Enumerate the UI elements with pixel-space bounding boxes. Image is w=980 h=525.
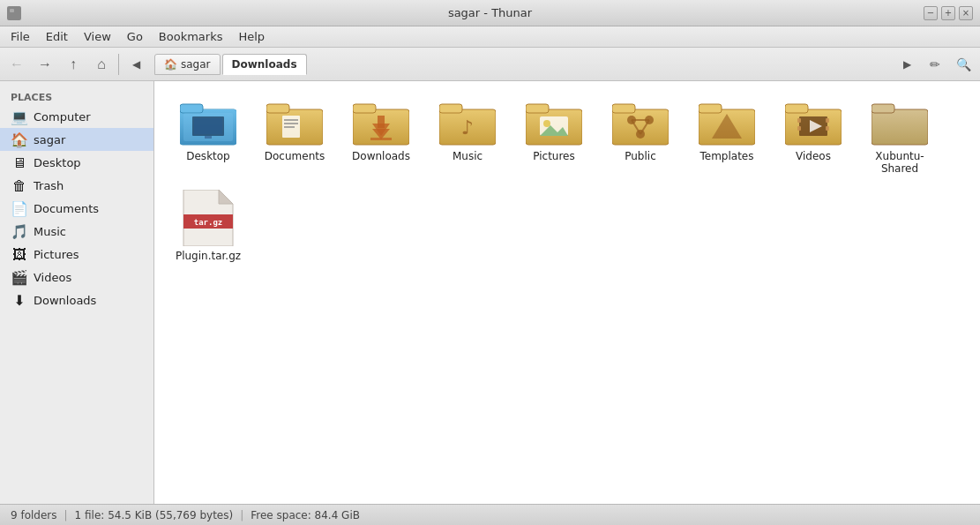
app-icon: [7, 6, 21, 20]
svg-rect-49: [872, 104, 894, 113]
window-title: sagar - Thunar: [448, 6, 532, 19]
file-label: Documents: [265, 150, 325, 162]
menu-file[interactable]: File: [4, 28, 37, 45]
sidebar-item-label: Desktop: [34, 156, 81, 169]
status-folders: 9 folders: [11, 509, 57, 521]
up-button[interactable]: ↑: [60, 51, 86, 78]
right-nav-button[interactable]: ▶: [894, 51, 920, 78]
svg-rect-7: [194, 118, 222, 134]
documents-folder-icon: [266, 99, 323, 146]
sidebar-item-trash[interactable]: 🗑 Trash: [0, 174, 153, 197]
svg-rect-18: [378, 116, 385, 128]
svg-rect-10: [266, 104, 289, 113]
menu-edit[interactable]: Edit: [39, 28, 75, 45]
svg-rect-43: [797, 118, 801, 123]
downloads-folder-icon: [353, 99, 409, 146]
svg-rect-48: [872, 109, 928, 145]
sidebar-item-label: Music: [34, 225, 66, 238]
search-button[interactable]: 🔍: [950, 51, 976, 78]
sidebar-item-label: Documents: [34, 202, 99, 215]
pictures-icon: 🖼: [11, 245, 28, 263]
documents-icon: 📄: [11, 199, 28, 217]
left-nav-button[interactable]: ◀: [123, 51, 149, 78]
statusbar: 9 folders | 1 file: 54.5 KiB (55,769 byt…: [0, 504, 980, 525]
desktop-icon: 🖥: [11, 154, 28, 171]
sidebar-item-label: sagar: [34, 133, 65, 146]
menu-go[interactable]: Go: [120, 28, 150, 45]
svg-rect-16: [353, 104, 376, 113]
file-item-videos[interactable]: Videos: [774, 95, 853, 179]
sidebar: Places 💻 Computer 🏠 sagar 🖥 Desktop 🗑 Tr…: [0, 81, 154, 504]
videos-folder-icon: [785, 99, 842, 146]
svg-rect-22: [439, 104, 462, 113]
sidebar-item-computer[interactable]: 💻 Computer: [0, 105, 153, 128]
svg-marker-51: [219, 190, 233, 204]
videos-icon: 🎬: [11, 268, 28, 286]
sidebar-item-pictures[interactable]: 🖼 Pictures: [0, 243, 153, 266]
trash-icon: 🗑: [11, 176, 28, 194]
maximize-button[interactable]: +: [941, 6, 955, 20]
sidebar-item-desktop[interactable]: 🖥 Desktop: [0, 151, 153, 174]
file-item-pictures[interactable]: Pictures: [514, 95, 594, 179]
svg-rect-41: [785, 104, 808, 113]
svg-rect-29: [612, 109, 669, 145]
svg-rect-46: [826, 126, 829, 131]
svg-rect-38: [699, 104, 722, 113]
svg-rect-12: [284, 119, 298, 121]
menu-help[interactable]: Help: [231, 28, 272, 45]
minimize-button[interactable]: −: [924, 6, 938, 20]
sidebar-item-label: Videos: [34, 271, 71, 284]
file-item-documents[interactable]: Documents: [255, 95, 334, 179]
close-button[interactable]: ×: [959, 6, 973, 20]
svg-rect-8: [205, 136, 212, 139]
main-layout: Places 💻 Computer 🏠 sagar 🖥 Desktop 🗑 Tr…: [0, 81, 980, 504]
sidebar-item-documents[interactable]: 📄 Documents: [0, 197, 153, 220]
sidebar-item-music[interactable]: 🎵 Music: [0, 220, 153, 243]
menu-view[interactable]: View: [77, 28, 118, 45]
sidebar-item-videos[interactable]: 🎬 Videos: [0, 266, 153, 289]
computer-icon: 💻: [11, 108, 28, 125]
music-icon: 🎵: [11, 222, 28, 240]
file-item-desktop[interactable]: Desktop: [168, 95, 248, 179]
home-button[interactable]: ⌂: [88, 51, 115, 78]
status-sep1: |: [64, 509, 68, 521]
svg-rect-30: [612, 104, 635, 113]
back-button[interactable]: ←: [4, 51, 30, 78]
addr-downloads-tab[interactable]: Downloads: [222, 54, 307, 75]
templates-folder-icon: [699, 99, 755, 146]
status-free-space: Free space: 84.4 GiB: [251, 509, 360, 521]
file-label: Music: [453, 150, 483, 162]
file-item-xubuntu-shared[interactable]: Xubuntu-Shared: [860, 95, 939, 179]
svg-rect-0: [10, 11, 19, 18]
music-folder-icon: ♪: [439, 99, 496, 146]
sidebar-item-label: Trash: [34, 179, 64, 192]
svg-rect-4: [180, 104, 203, 113]
addr-home-tab[interactable]: 🏠sagar: [154, 54, 221, 75]
sidebar-item-label: Downloads: [34, 294, 96, 307]
titlebar: sagar - Thunar − + ×: [0, 0, 980, 26]
forward-button[interactable]: →: [32, 51, 58, 78]
svg-rect-45: [826, 118, 829, 123]
file-item-templates[interactable]: Templates: [687, 95, 767, 179]
public-folder-icon: [612, 99, 669, 146]
file-area: Desktop Documents: [154, 81, 980, 504]
file-item-plugin-targz[interactable]: tar.gz Plugin.tar.gz: [168, 186, 248, 266]
file-item-music[interactable]: ♪ Music: [428, 95, 507, 179]
downloads-icon: ⬇: [11, 291, 28, 309]
edit-location-button[interactable]: ✏: [922, 51, 948, 78]
file-item-public[interactable]: Public: [601, 95, 680, 179]
sidebar-item-sagar[interactable]: 🏠 sagar: [0, 128, 153, 151]
menu-bookmarks[interactable]: Bookmarks: [152, 28, 230, 45]
status-file-info: 1 file: 54.5 KiB (55,769 bytes): [75, 509, 234, 521]
svg-text:tar.gz: tar.gz: [194, 218, 223, 227]
window-controls: − + ×: [924, 6, 973, 20]
sidebar-item-downloads[interactable]: ⬇ Downloads: [0, 289, 153, 311]
file-label: Xubuntu-Shared: [864, 150, 936, 176]
file-label: Desktop: [186, 150, 230, 162]
svg-rect-14: [284, 126, 295, 128]
file-label: Pictures: [533, 150, 575, 162]
sidebar-item-label: Computer: [34, 110, 91, 124]
file-item-downloads[interactable]: Downloads: [341, 95, 421, 179]
svg-rect-1: [10, 9, 14, 12]
file-label: Plugin.tar.gz: [176, 250, 241, 262]
